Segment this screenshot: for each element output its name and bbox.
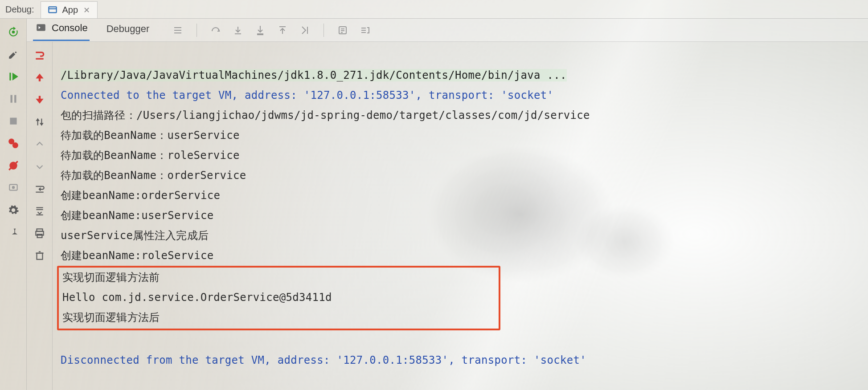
console-line: 创建beanName:roleService: [61, 249, 214, 262]
debug-tool-window: Debug: App ✕: [0, 0, 868, 390]
debug-subtab-bar: Console Debugger: [27, 19, 868, 42]
svg-rect-0: [49, 7, 56, 12]
toggle-soft-wrap-icon[interactable]: [33, 49, 46, 61]
tab-console[interactable]: Console: [33, 19, 90, 41]
step-out-icon[interactable]: [276, 24, 289, 37]
svg-rect-50: [37, 253, 42, 260]
clear-all-icon[interactable]: [33, 249, 46, 262]
tab-debugger-label: Debugger: [106, 23, 150, 35]
tab-console-label: Console: [52, 22, 88, 34]
pin-icon[interactable]: [7, 226, 20, 239]
console-line-cmd: /Library/Java/JavaVirtualMachines/jdk1.8…: [61, 69, 567, 81]
scroll-down-icon[interactable]: [33, 93, 46, 106]
debug-step-toolbar: [172, 24, 371, 37]
sort-icon[interactable]: [33, 116, 46, 128]
svg-rect-34: [36, 58, 43, 60]
highlight-box: 实现切面逻辑方法前Hello com.jd.service.OrderServi…: [57, 266, 500, 330]
svg-rect-3: [9, 73, 11, 80]
evaluate-expression-icon[interactable]: [336, 24, 349, 37]
svg-marker-4: [12, 73, 18, 80]
console-side-toolbar: [27, 42, 53, 390]
close-icon[interactable]: ✕: [82, 5, 90, 15]
svg-rect-7: [10, 118, 16, 124]
console-line: 创建beanName:userService: [61, 209, 214, 222]
svg-rect-36: [38, 78, 40, 81]
run-config-name: App: [62, 5, 78, 15]
toolbar-separator: [323, 24, 324, 37]
toolbar-separator: [197, 24, 197, 37]
soft-wrap-icon[interactable]: [33, 183, 46, 195]
svg-rect-5: [10, 95, 12, 102]
svg-point-2: [12, 31, 15, 34]
show-execution-point-icon[interactable]: [172, 24, 184, 37]
debug-main-row: Console Debugger: [0, 19, 868, 390]
debug-label: Debug:: [5, 4, 34, 18]
run-config-tab[interactable]: App ✕: [41, 1, 98, 18]
console-line-disconnected: Disconnected from the target VM, address…: [61, 354, 586, 366]
settings-icon[interactable]: [7, 204, 20, 216]
svg-rect-42: [41, 118, 42, 123]
modify-run-config-icon[interactable]: [7, 48, 20, 61]
rerun-debug-icon[interactable]: [7, 26, 20, 38]
svg-rect-38: [38, 96, 40, 99]
scroll-to-end-icon[interactable]: [33, 205, 46, 217]
console-line: 实现切面逻辑方法前: [59, 268, 496, 288]
console-wrap: /Library/Java/JavaVirtualMachines/jdk1.8…: [27, 42, 868, 390]
debug-tabstrip: Debug: App ✕: [0, 0, 868, 19]
console-line: userService属性注入完成后: [61, 229, 209, 242]
svg-point-13: [12, 187, 14, 188]
tab-debugger[interactable]: Debugger: [105, 20, 151, 40]
filter-up-icon[interactable]: [33, 138, 46, 150]
application-icon: [46, 4, 59, 16]
console-line: 实现切面逻辑方法后: [59, 308, 496, 328]
console-line: 待加载的BeanName：orderService: [61, 169, 246, 182]
console-line: Hello com.jd.service.OrderService@5d3411…: [59, 288, 496, 308]
console-line: 包的扫描路径：/Users/liangjichao/jdwms/jd-sprin…: [61, 109, 590, 122]
step-over-icon[interactable]: [209, 24, 222, 37]
stop-icon[interactable]: [7, 115, 20, 127]
svg-rect-14: [37, 24, 45, 31]
resume-icon[interactable]: [7, 70, 20, 83]
debug-right-column: Console Debugger: [27, 19, 868, 390]
console-line: 待加载的BeanName：roleService: [61, 149, 240, 162]
console-line: 创建beanName:orderService: [61, 189, 220, 202]
side-toolbar: [0, 19, 27, 390]
svg-rect-41: [37, 121, 38, 126]
svg-marker-37: [36, 99, 43, 104]
mute-breakpoints-icon[interactable]: [7, 159, 20, 172]
console-output[interactable]: /Library/Java/JavaVirtualMachines/jdk1.8…: [53, 42, 868, 390]
svg-point-9: [12, 142, 18, 148]
step-into-icon[interactable]: [232, 24, 244, 37]
filter-down-icon[interactable]: [33, 160, 46, 173]
svg-marker-35: [36, 73, 43, 78]
force-step-into-icon[interactable]: [254, 24, 266, 37]
trace-current-stream-icon[interactable]: [359, 24, 371, 37]
thread-dump-icon[interactable]: [7, 182, 20, 194]
pause-icon[interactable]: [7, 93, 20, 105]
view-breakpoints-icon[interactable]: [7, 137, 20, 150]
console-line-connected: Connected to the target VM, address: '12…: [61, 89, 553, 102]
print-icon[interactable]: [33, 227, 46, 240]
console-icon: [35, 22, 47, 34]
run-to-cursor-icon[interactable]: [299, 24, 311, 37]
scroll-up-icon[interactable]: [33, 71, 46, 84]
console-line: 待加载的BeanName：userService: [61, 129, 240, 142]
svg-rect-6: [14, 95, 16, 102]
